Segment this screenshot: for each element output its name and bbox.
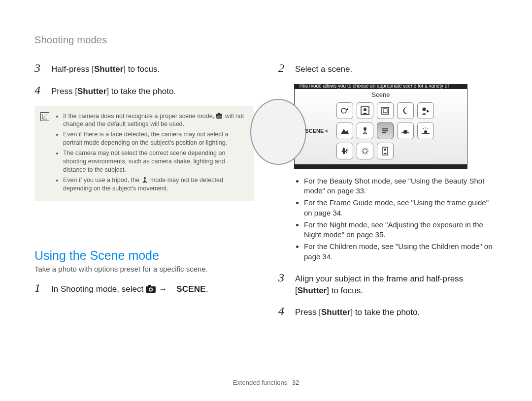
note-item-text: If the camera does not recognize a prope… [63,113,216,120]
scene-cell-sparkle-sun[interactable] [417,123,434,139]
svg-point-13 [423,107,426,111]
shutter-key: Shutter [77,87,107,96]
scene-cell-person-vert[interactable] [377,143,394,159]
camera-screen: This mode allows you to choose an approp… [294,84,467,169]
camera-icon [146,284,157,293]
svg-point-3 [144,177,146,179]
section-heading: Using the Scene mode [34,248,254,263]
svg-point-10 [364,108,366,111]
sub-bullet: For the Children mode, see "Using the Ch… [304,242,498,262]
step-num: 2 [278,62,287,74]
scene-cell-sunset[interactable] [397,123,414,139]
svg-rect-12 [383,109,387,113]
svg-point-7 [150,289,152,291]
scene-cell-tulip[interactable] [357,123,373,139]
screen-body: SCENE [295,101,467,164]
step-text-after: ] to take the photo. [350,308,420,317]
scene-icons-grid [336,102,434,159]
svg-rect-1 [218,113,220,114]
sub-bullet: For the Night mode, see "Adjusting the e… [304,220,498,240]
note-icon [40,112,49,121]
shutter-key: Shutter [298,286,327,295]
header-rule [34,47,498,47]
step-body: Align your subject in the frame and half… [295,273,498,297]
scene-cell-moon[interactable] [397,102,414,119]
note-box: If the camera does not recognize a prope… [34,106,254,202]
left-column: 3 Half-press [Shutter] to focus. 4 Press… [34,62,254,379]
note-list: If the camera does not recognize a prope… [54,112,247,195]
step-4: 4 Press [Shutter] to take the photo. [34,84,254,97]
scene-label: SCENE [176,284,206,294]
step-text-before: In Shooting mode, select [51,284,146,294]
shutter-key: Shutter [321,308,351,317]
screen-caption: This mode allows you to choose an approp… [299,83,463,94]
mode-dial-arc: SCENE [295,101,309,160]
sub-bullets: For the Beauty Shot mode, see "Using the… [295,176,498,262]
step-text-before: Press [ [295,308,321,317]
footer-page-number: 32 [292,379,299,386]
footer-section: Extended functions [233,379,288,386]
scene-cell-frame-guide[interactable] [377,102,394,119]
step-text-arrow: → [159,284,170,294]
svg-rect-5 [148,285,151,287]
scene-cell-text[interactable] [377,123,394,139]
note-item: Even if you use a tripod, the mode may n… [63,176,247,193]
svg-point-8 [341,108,346,113]
scene-dial-label: SCENE [305,128,328,134]
step-num: 3 [278,272,287,283]
step-2: 2 Select a scene. [278,62,498,75]
step-text-before: Press [ [51,87,77,96]
svg-text:SMART: SMART [216,115,224,118]
step-1: 1 In Shooting mode, select → SCENE. [34,282,254,295]
right-column: 2 Select a scene. This mode allows you t… [278,62,498,379]
scene-cell-fireworks[interactable] [357,143,373,159]
step-num: 4 [34,84,43,96]
step-num: 1 [34,282,43,294]
svg-rect-11 [382,107,389,114]
step-body: In Shooting mode, select → SCENE. [51,283,254,295]
step-3-right: 3 Align your subject in the frame and ha… [278,272,498,297]
step-4-right: 4 Press [Shutter] to take the photo. [278,305,498,318]
scene-cell-portrait-frame[interactable] [357,102,373,119]
step-body: Select a scene. [295,63,498,75]
note-item: The camera may not select the correct sc… [63,149,247,174]
note-item: If the camera does not recognize a prope… [63,112,247,129]
step-text-after: ] to focus. [123,64,160,74]
tripod-icon [141,177,148,183]
scene-cell-mountain[interactable] [336,123,353,139]
step-3: 3 Half-press [Shutter] to focus. [34,62,254,75]
step-body: Press [Shutter] to take the photo. [51,86,254,97]
section-subheading: Take a photo with options preset for a s… [34,265,254,273]
step-num: 3 [34,62,43,74]
step-num: 4 [278,305,287,317]
content-columns: 3 Half-press [Shutter] to focus. 4 Press… [34,62,498,379]
page: Shooting modes 3 Half-press [Shutter] to… [0,0,532,401]
scene-cell-face-star[interactable] [336,102,353,119]
svg-point-17 [384,149,386,151]
page-footer: Extended functions 32 [34,379,498,386]
note-item-text: Even if you use a tripod, the [63,177,141,184]
step-body: Press [Shutter] to take the photo. [295,307,498,318]
shutter-key: Shutter [94,64,124,74]
step-text-after: ] to take the photo. [106,87,176,96]
step-text-after: . [206,284,208,294]
scene-cell-tree-flash[interactable] [336,143,353,159]
step-body: Half-press [Shutter] to focus. [51,63,254,75]
step-text-after: ] to focus. [327,286,363,295]
page-header: Shooting modes [34,34,498,46]
note-item: Even if there is a face detected, the ca… [63,130,247,147]
sub-bullet: For the Beauty Shot mode, see "Using the… [304,176,498,196]
smart-mode-icon: SMART [216,113,224,119]
sub-bullet: For the Frame Guide mode, see "Using the… [304,198,498,218]
step-text-before: Half-press [ [51,64,94,74]
scene-cell-profile-play[interactable] [417,102,434,119]
